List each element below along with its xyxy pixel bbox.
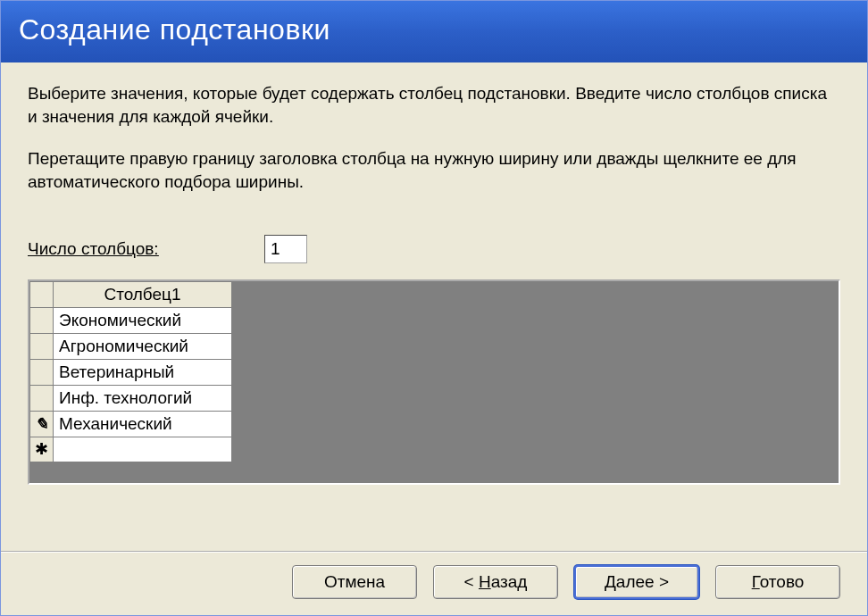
- row-selector[interactable]: ✱: [30, 437, 54, 462]
- column-count-input[interactable]: [264, 235, 307, 263]
- values-grid-container: Столбец1 ЭкономическийАгрономическийВете…: [28, 279, 840, 485]
- table-row[interactable]: Инф. технологий: [30, 385, 232, 411]
- table-row[interactable]: ✱: [30, 437, 232, 462]
- grid-header-row: Столбец1: [30, 281, 232, 307]
- row-selector[interactable]: [30, 385, 54, 411]
- row-selector[interactable]: [30, 307, 54, 333]
- pencil-icon: ✎: [35, 412, 48, 436]
- grid-cell[interactable]: Инф. технологий: [54, 385, 232, 411]
- wizard-window: Создание подстановки Выберите значения, …: [0, 0, 868, 616]
- table-row[interactable]: Агрономический: [30, 333, 232, 359]
- client-area: Выберите значения, которые будет содержа…: [1, 62, 867, 528]
- table-row[interactable]: ✎Механический: [30, 411, 232, 437]
- row-selector[interactable]: [30, 359, 54, 385]
- instructions: Выберите значения, которые будет содержа…: [28, 82, 840, 213]
- cancel-button[interactable]: Отмена: [292, 565, 417, 599]
- next-button[interactable]: Далее >: [574, 565, 699, 599]
- instruction-line-2: Перетащите правую границу заголовка стол…: [28, 147, 840, 193]
- table-row[interactable]: Экономический: [30, 307, 232, 333]
- grid-cell[interactable]: [54, 437, 232, 462]
- column-header-1[interactable]: Столбец1: [54, 281, 232, 307]
- instruction-line-1: Выберите значения, которые будет содержа…: [28, 82, 840, 128]
- row-selector[interactable]: ✎: [30, 411, 54, 437]
- grid-cell[interactable]: Агрономический: [54, 333, 232, 359]
- row-selector-header[interactable]: [30, 281, 54, 307]
- column-count-row: Число столбцов:: [28, 235, 840, 263]
- grid-cell[interactable]: Механический: [54, 411, 232, 437]
- finish-button[interactable]: Готово: [715, 565, 840, 599]
- table-row[interactable]: Ветеринарный: [30, 359, 232, 385]
- grid-cell[interactable]: Ветеринарный: [54, 359, 232, 385]
- values-grid[interactable]: Столбец1 ЭкономическийАгрономическийВете…: [29, 281, 232, 462]
- window-title: Создание подстановки: [19, 13, 330, 46]
- titlebar: Создание подстановки: [1, 1, 867, 62]
- button-bar: Отмена < Назад Далее > Готово: [1, 551, 867, 615]
- new-row-star-icon: ✱: [35, 440, 48, 458]
- column-count-label: Число столбцов:: [28, 239, 264, 259]
- back-button[interactable]: < Назад: [433, 565, 558, 599]
- row-selector[interactable]: [30, 333, 54, 359]
- grid-cell[interactable]: Экономический: [54, 307, 232, 333]
- cancel-button-label: Отмена: [324, 572, 385, 591]
